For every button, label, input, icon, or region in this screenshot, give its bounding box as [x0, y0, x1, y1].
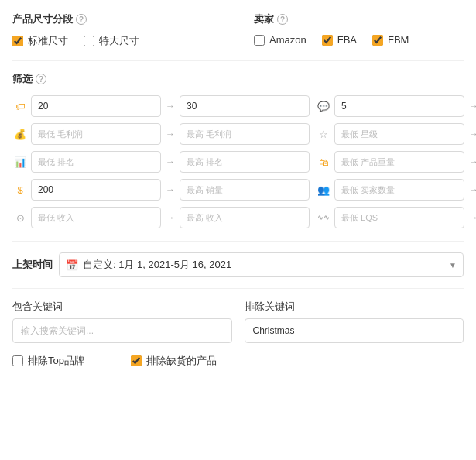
- filter-row-1-right: 💬 →: [316, 95, 476, 117]
- divider-1: [12, 60, 464, 61]
- amazon-option[interactable]: Amazon: [254, 34, 306, 46]
- fbm-checkbox[interactable]: [372, 35, 383, 46]
- sales-min-input[interactable]: [31, 179, 161, 201]
- filter-row-5-right: ∿∿ →: [316, 207, 476, 228]
- include-keyword-col: 包含关键词: [12, 300, 232, 343]
- rank-icon: 📊: [12, 156, 28, 168]
- weight-icon: 🛍: [316, 156, 331, 168]
- arrow-5: →: [164, 156, 176, 167]
- filter-row-5: ⊙ → ∿∿ →: [12, 207, 464, 228]
- lqs-icon: ∿∿: [316, 214, 331, 221]
- arrow-10: →: [467, 212, 476, 223]
- margin-icon: 💰: [12, 129, 28, 140]
- filter-row-2: 💰 → ☆ →: [12, 123, 464, 145]
- filter-row-4: $ → 👥 →: [12, 179, 464, 201]
- sales-icon: $: [12, 184, 28, 196]
- revenue-max-input[interactable]: [180, 207, 310, 228]
- filter-help-icon[interactable]: ?: [36, 74, 46, 84]
- bottom-checkboxes: 排除Top品牌 排除缺货的产品: [12, 354, 464, 368]
- product-size-options: 标准尺寸 特大尺寸: [12, 34, 222, 48]
- filter-row-2-left: 💰 →: [12, 123, 310, 145]
- listing-time-dropdown-arrow: ▼: [449, 261, 457, 269]
- divider-3: [12, 288, 464, 289]
- exclude-keyword-input[interactable]: [245, 318, 464, 343]
- filter-row-1-left: 🏷 →: [12, 95, 310, 117]
- lqs-min-input[interactable]: [334, 207, 464, 228]
- large-size-checkbox[interactable]: [84, 36, 94, 46]
- include-keyword-label: 包含关键词: [12, 300, 232, 314]
- filter-row-3: 📊 → 🛍 →: [12, 151, 464, 173]
- product-size-title: 产品尺寸分段 ?: [12, 12, 222, 26]
- listing-time-row: 上架时间 📅 自定义: 1月 1, 2021-5月 16, 2021 ▼: [12, 252, 464, 277]
- exclude-keyword-label: 排除关键词: [245, 300, 464, 314]
- seller-count-min-input[interactable]: [334, 179, 464, 201]
- star-min-input[interactable]: [334, 123, 464, 145]
- arrow-7: →: [164, 184, 176, 195]
- exclude-out-of-stock-option[interactable]: 排除缺货的产品: [131, 354, 217, 368]
- standard-size-option[interactable]: 标准尺寸: [12, 34, 68, 48]
- review-icon: 💬: [316, 101, 331, 112]
- keywords-row: 包含关键词 排除关键词: [12, 300, 464, 343]
- arrow-9: →: [164, 212, 176, 223]
- margin-max-input[interactable]: [180, 123, 310, 145]
- amazon-checkbox[interactable]: [254, 35, 265, 46]
- review-min-input[interactable]: [334, 95, 464, 117]
- product-size-help-icon[interactable]: ?: [76, 14, 87, 25]
- weight-min-input[interactable]: [334, 151, 464, 173]
- filter-title: 筛选 ?: [12, 72, 464, 86]
- arrow-4: →: [467, 129, 476, 139]
- filter-row-4-left: $ →: [12, 179, 310, 201]
- filter-row-1: 🏷 → 💬 →: [12, 95, 464, 117]
- filter-row-2-right: ☆ →: [316, 123, 476, 145]
- arrow-3: →: [164, 129, 176, 139]
- calendar-icon: 📅: [66, 259, 78, 271]
- arrow-2: →: [467, 101, 476, 112]
- filter-row-5-left: ⊙ →: [12, 207, 310, 228]
- exclude-top-brand-option[interactable]: 排除Top品牌: [12, 354, 84, 368]
- arrow-1: →: [164, 101, 176, 112]
- listing-time-label: 上架时间: [12, 258, 53, 272]
- arrow-8: →: [467, 184, 476, 195]
- filter-row-4-right: 👥 →: [316, 179, 476, 201]
- star-icon: ☆: [316, 129, 331, 140]
- listing-time-select[interactable]: 📅 自定义: 1月 1, 2021-5月 16, 2021 ▼: [59, 252, 464, 277]
- product-size-col: 产品尺寸分段 ? 标准尺寸 特大尺寸: [12, 12, 238, 48]
- margin-min-input[interactable]: [31, 123, 161, 145]
- filter-row-3-right: 🛍 →: [316, 151, 476, 173]
- filter-section: 筛选 ? 🏷 → 💬 → 💰 → ☆ →: [12, 72, 464, 228]
- revenue-icon: ⊙: [12, 212, 28, 224]
- fbm-option[interactable]: FBM: [372, 34, 409, 46]
- seller-title: 卖家 ?: [254, 12, 464, 26]
- exclude-out-of-stock-checkbox[interactable]: [131, 355, 142, 366]
- filter-row-3-left: 📊 →: [12, 151, 310, 173]
- fba-checkbox[interactable]: [322, 35, 333, 46]
- price-min-input[interactable]: [31, 95, 161, 117]
- product-size-seller-section: 产品尺寸分段 ? 标准尺寸 特大尺寸 卖家 ? Amazon: [12, 12, 464, 48]
- revenue-min-input[interactable]: [31, 207, 161, 228]
- seller-count-icon: 👥: [316, 184, 331, 196]
- seller-help-icon[interactable]: ?: [277, 14, 288, 25]
- arrow-6: →: [467, 156, 476, 167]
- price-max-input[interactable]: [180, 95, 310, 117]
- include-keyword-input[interactable]: [12, 318, 232, 343]
- fba-option[interactable]: FBA: [322, 34, 357, 46]
- seller-options: Amazon FBA FBM: [254, 34, 464, 46]
- standard-size-checkbox[interactable]: [12, 36, 23, 46]
- price-icon: 🏷: [12, 101, 28, 112]
- sales-max-input[interactable]: [180, 179, 310, 201]
- listing-time-value: 自定义: 1月 1, 2021-5月 16, 2021: [83, 258, 449, 272]
- exclude-keyword-col: 排除关键词: [245, 300, 464, 343]
- divider-2: [12, 241, 464, 242]
- rank-max-input[interactable]: [180, 151, 310, 173]
- exclude-top-brand-checkbox[interactable]: [12, 355, 23, 366]
- rank-min-input[interactable]: [31, 151, 161, 173]
- large-size-option[interactable]: 特大尺寸: [84, 34, 139, 48]
- seller-col: 卖家 ? Amazon FBA FBM: [238, 12, 464, 48]
